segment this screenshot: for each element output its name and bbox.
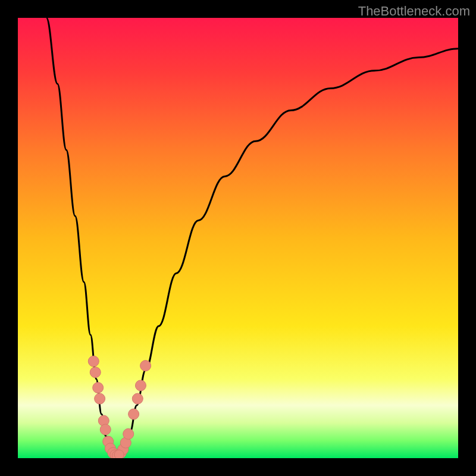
data-point-marker <box>88 356 99 367</box>
data-point-marker <box>114 450 124 458</box>
data-point-marker <box>132 393 143 404</box>
data-point-marker <box>123 428 134 439</box>
data-markers <box>18 18 458 458</box>
data-point-marker <box>135 380 146 391</box>
plot-area <box>18 18 458 458</box>
chart-container: TheBottleneck.com <box>0 0 476 476</box>
data-point-marker <box>100 424 111 435</box>
data-point-marker <box>93 383 104 393</box>
watermark-text: TheBottleneck.com <box>358 4 470 19</box>
data-point-marker <box>140 361 151 371</box>
data-point-marker <box>129 409 139 419</box>
data-point-marker <box>95 393 105 404</box>
data-point-marker <box>90 367 101 378</box>
